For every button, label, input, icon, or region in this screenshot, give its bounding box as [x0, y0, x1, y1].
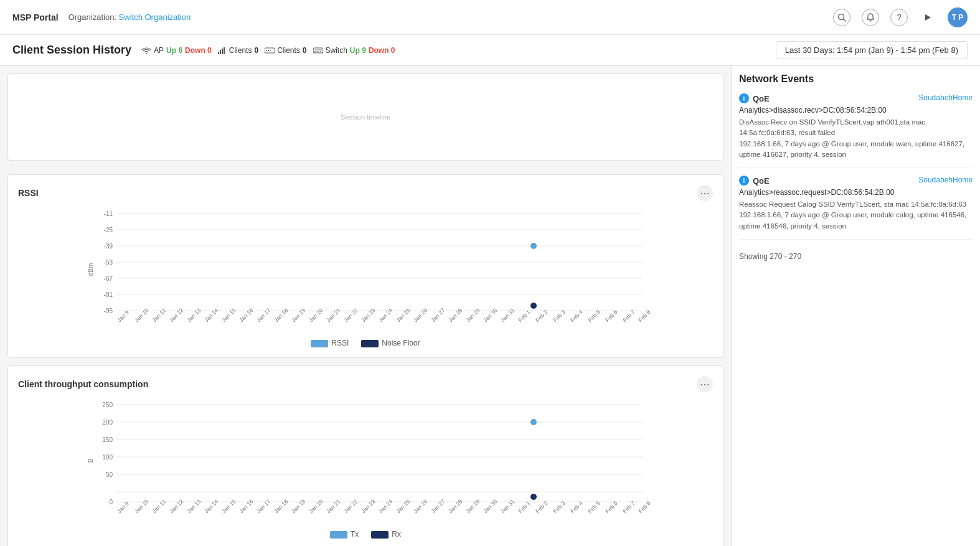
date-range-display[interactable]: Last 30 Days: 1:54 pm (Jan 9) - 1:54 pm … [776, 41, 968, 59]
svg-text:Feb 6: Feb 6 [604, 309, 618, 323]
svg-text:Jan 30: Jan 30 [482, 307, 498, 323]
page-title: Client Session History [12, 44, 131, 57]
throughput-more-button[interactable]: ⋯ [697, 376, 713, 392]
network-event-1: i QoE SoudabehHome Analytics>disassoc.re… [739, 93, 973, 168]
svg-text:Jan 21: Jan 21 [325, 498, 341, 514]
svg-rect-4 [220, 50, 221, 54]
ap-status-pill: AP Up 6 Down 0 [141, 46, 212, 55]
svg-rect-3 [218, 52, 219, 54]
svg-text:Jan 9: Jan 9 [116, 501, 130, 515]
svg-text:Jan 18: Jan 18 [273, 307, 289, 323]
svg-point-8 [266, 50, 267, 51]
svg-rect-11 [313, 48, 323, 53]
svg-text:Jan 29: Jan 29 [464, 307, 481, 323]
svg-text:B: B [87, 458, 94, 463]
svg-text:Jan 9: Jan 9 [116, 309, 130, 324]
event-1-header: i QoE SoudabehHome [739, 93, 973, 103]
svg-text:Jan 10: Jan 10 [133, 498, 149, 514]
rssi-more-button[interactable]: ⋯ [697, 185, 713, 201]
avatar[interactable]: T P [948, 7, 968, 27]
svg-text:Jan 12: Jan 12 [168, 498, 184, 514]
brand-label: MSP Portal [12, 12, 59, 22]
svg-point-10 [270, 50, 271, 51]
event-2-header: i QoE SoudabehHome [739, 176, 973, 186]
switch-icon [313, 47, 323, 54]
network-events-list[interactable]: i QoE SoudabehHome Analytics>disassoc.re… [739, 93, 973, 247]
svg-text:-25: -25 [104, 227, 113, 233]
svg-text:Jan 25: Jan 25 [395, 498, 411, 514]
wifi-icon [141, 47, 151, 54]
svg-point-13 [314, 50, 316, 52]
svg-text:Jan 11: Jan 11 [151, 307, 167, 323]
svg-text:Feb 3: Feb 3 [552, 309, 566, 323]
svg-text:Jan 16: Jan 16 [238, 498, 254, 514]
svg-text:Jan 24: Jan 24 [377, 498, 393, 514]
svg-text:Jan 19: Jan 19 [290, 307, 306, 323]
svg-text:250: 250 [102, 402, 113, 408]
switch-org-link[interactable]: Switch Organization [119, 12, 191, 22]
clients-wifi-label: Clients [229, 46, 252, 55]
help-icon[interactable]: ? [890, 9, 908, 26]
event-2-link[interactable]: SoudabehHome [918, 176, 973, 184]
svg-text:Jan 29: Jan 29 [464, 498, 481, 514]
svg-text:200: 200 [102, 419, 113, 426]
svg-text:Jan 17: Jan 17 [255, 498, 271, 514]
svg-point-16 [320, 50, 321, 52]
org-label: Organization: Switch Organization [68, 12, 191, 22]
svg-text:Jan 23: Jan 23 [360, 307, 376, 323]
svg-text:50: 50 [106, 471, 113, 478]
topnav-icons: ? T P [833, 7, 968, 27]
svg-rect-5 [222, 49, 223, 54]
throughput-legend: Tx Rx [18, 530, 713, 539]
svg-text:-81: -81 [104, 291, 113, 298]
svg-text:Jan 14: Jan 14 [203, 307, 219, 323]
svg-text:Feb 2: Feb 2 [534, 309, 549, 323]
rssi-legend-rssi: RSSI [311, 339, 349, 347]
clients-switch-label: Clients [277, 46, 300, 55]
network-event-2: i QoE SoudabehHome Analytics>reassoc.req… [739, 176, 973, 240]
svg-text:Feb 4: Feb 4 [569, 500, 583, 514]
event-1-link[interactable]: SoudabehHome [918, 93, 973, 102]
event-2-type: i QoE [739, 176, 770, 186]
svg-text:Jan 28: Jan 28 [447, 307, 463, 323]
switch-down-count: Down 0 [369, 46, 395, 55]
switch-up-count: Up 9 [350, 46, 366, 55]
svg-text:Feb 7: Feb 7 [621, 309, 636, 323]
bell-icon[interactable] [862, 9, 879, 26]
throughput-legend-rx: Rx [371, 530, 401, 539]
svg-text:Jan 25: Jan 25 [395, 307, 411, 323]
session-scroll-area[interactable]: Session timeline [7, 73, 723, 161]
main-content: Session timeline RSSI ⋯ -11 [0, 66, 980, 546]
svg-point-9 [268, 50, 269, 51]
search-icon[interactable] [833, 9, 850, 26]
svg-text:Jan 31: Jan 31 [499, 498, 516, 514]
svg-point-80 [530, 494, 537, 500]
event-2-desc: Reassoc Request Calog SSID VerifyTLScert… [739, 199, 973, 232]
svg-text:Jan 15: Jan 15 [220, 307, 237, 323]
switch-clients-icon [265, 47, 275, 54]
svg-text:Jan 27: Jan 27 [430, 307, 446, 323]
svg-text:Jan 23: Jan 23 [360, 498, 376, 514]
svg-text:Jan 13: Jan 13 [186, 307, 202, 323]
svg-text:Jan 28: Jan 28 [447, 498, 463, 514]
rssi-legend-noise: Noise Floor [361, 339, 420, 347]
right-panel: Network Events i QoE SoudabehHome Analyt… [731, 66, 980, 546]
throughput-chart-header: Client throughput consumption ⋯ [18, 376, 713, 392]
svg-marker-2 [925, 14, 931, 21]
rssi-chart-header: RSSI ⋯ [18, 185, 713, 201]
network-events-title: Network Events [739, 73, 973, 85]
svg-text:-67: -67 [104, 275, 113, 282]
svg-text:-11: -11 [104, 210, 113, 217]
svg-text:Feb 2: Feb 2 [534, 500, 549, 514]
svg-text:Jan 22: Jan 22 [342, 307, 359, 323]
svg-text:Jan 31: Jan 31 [499, 307, 516, 323]
network-events-showing: Showing 270 - 270 [739, 252, 973, 261]
subheader-left: Client Session History AP Up 6 Down 0 Cl… [12, 44, 395, 57]
svg-text:Jan 19: Jan 19 [290, 498, 306, 514]
svg-text:Feb 1: Feb 1 [517, 309, 531, 323]
svg-text:Feb 7: Feb 7 [621, 500, 636, 514]
svg-text:-95: -95 [104, 308, 113, 314]
svg-text:Jan 30: Jan 30 [482, 498, 498, 514]
clients-switch-pill: Clients 0 [265, 46, 306, 55]
play-icon[interactable] [919, 9, 936, 26]
